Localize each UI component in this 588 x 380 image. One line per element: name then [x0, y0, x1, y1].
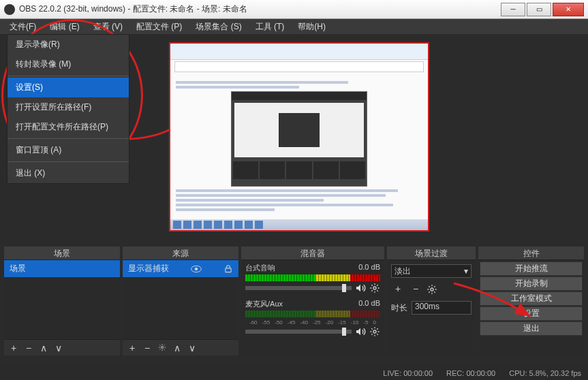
- scenes-panel: 场景 场景 + − ∧ ∨: [4, 247, 120, 355]
- speaker-icon[interactable]: [354, 326, 367, 337]
- exit-button[interactable]: 退出: [480, 321, 583, 336]
- svg-point-3: [161, 346, 164, 348]
- menu-edit[interactable]: 编辑 (E): [43, 19, 86, 35]
- mixer-body: 台式音响 0.0 dB 麦克风/Aux 0.0 dB -60-55-50-45-…: [241, 260, 384, 355]
- gear-icon[interactable]: [369, 283, 380, 294]
- add-scene-button[interactable]: +: [7, 342, 20, 354]
- settings-button[interactable]: 设置: [480, 306, 583, 321]
- sources-panel: 来源 显示器捕获 + − ∧ ∨: [123, 247, 238, 355]
- menu-file[interactable]: 文件(F): [3, 19, 43, 35]
- controls-header: 控件: [478, 247, 584, 260]
- preview-browser-chrome: [170, 44, 428, 60]
- preview-content: [170, 44, 428, 230]
- transition-select-value: 淡出: [394, 266, 411, 277]
- status-rec: REC: 00:00:00: [446, 369, 495, 377]
- source-down-button[interactable]: ∨: [185, 342, 199, 354]
- controls-panel: 控件 开始推流 开始录制 工作室模式 设置 退出: [478, 247, 584, 355]
- source-up-button[interactable]: ∧: [170, 342, 184, 354]
- menu-exit[interactable]: 退出 (X): [7, 163, 129, 183]
- studio-mode-button[interactable]: 工作室模式: [480, 291, 583, 306]
- controls-body: 开始推流 开始录制 工作室模式 设置 退出: [478, 260, 584, 355]
- volume-slider[interactable]: [245, 286, 352, 290]
- start-stream-button[interactable]: 开始推流: [480, 262, 583, 276]
- svg-point-1: [195, 267, 198, 270]
- menu-scene-collection[interactable]: 场景集合 (S): [189, 19, 248, 35]
- menu-remux[interactable]: 转封装录像 (M): [7, 54, 129, 74]
- speaker-icon[interactable]: [354, 283, 367, 294]
- menu-help[interactable]: 帮助(H): [291, 19, 332, 35]
- menu-separator: [7, 76, 129, 76]
- mixer-track-db: 0.0 dB: [358, 263, 380, 273]
- mixer-track-mic: 麦克风/Aux 0.0 dB -60-55-50-45-40-25-20-15-…: [241, 296, 384, 340]
- mixer-track-desktop: 台式音响 0.0 dB: [241, 260, 384, 296]
- gear-icon[interactable]: [369, 326, 380, 337]
- duration-input[interactable]: 300ms: [412, 301, 471, 315]
- remove-transition-button[interactable]: −: [409, 283, 422, 296]
- statusbar: LIVE: 00:00:00 REC: 00:00:00 CPU: 5.8%, …: [0, 366, 588, 380]
- mixer-track-label: 麦克风/Aux: [245, 299, 283, 309]
- menu-always-on-top[interactable]: 窗口置顶 (A): [7, 140, 129, 160]
- svg-point-4: [373, 287, 376, 289]
- menu-open-profile-folder[interactable]: 打开配置文件所在路径(P): [7, 117, 129, 137]
- scene-item[interactable]: 场景: [4, 260, 120, 277]
- svg-point-6: [431, 288, 433, 291]
- source-label: 显示器捕获: [128, 263, 169, 274]
- add-transition-button[interactable]: +: [391, 283, 405, 296]
- menu-separator: [7, 161, 129, 162]
- visibility-icon[interactable]: [191, 265, 202, 273]
- preview-url-bar: [174, 61, 424, 72]
- status-cpu: CPU: 5.8%, 20.32 fps: [509, 369, 581, 377]
- transition-select[interactable]: 淡出 ▾: [391, 264, 471, 278]
- scenes-footer: + − ∧ ∨: [4, 339, 120, 355]
- mixer-panel: 混音器 台式音响 0.0 dB 麦克风/Aux 0.0 dB: [241, 247, 384, 355]
- scene-down-button[interactable]: ∨: [52, 342, 65, 354]
- source-props-button[interactable]: [155, 342, 169, 354]
- mixer-meter: [245, 311, 380, 317]
- sources-list[interactable]: 显示器捕获: [123, 260, 238, 339]
- gear-icon[interactable]: [427, 284, 437, 295]
- minimize-button[interactable]: ─: [501, 3, 525, 16]
- status-live: LIVE: 00:00:00: [383, 369, 433, 377]
- window-title: OBS 22.0.2 (32-bit, windows) - 配置文件: 未命名…: [19, 3, 499, 15]
- mixer-header: 混音器: [241, 247, 384, 260]
- transition-body: 淡出 ▾ + − 时长 300ms: [387, 260, 476, 355]
- remove-source-button[interactable]: −: [140, 342, 154, 354]
- preview-taskbar: [170, 219, 428, 230]
- file-menu-dropdown: 显示录像(R) 转封装录像 (M) 设置(S) 打开设置所在路径(F) 打开配置…: [7, 34, 129, 184]
- transition-header: 场景过渡: [387, 247, 476, 260]
- mixer-meter: [245, 274, 380, 281]
- menu-settings[interactable]: 设置(S): [7, 78, 129, 97]
- scenes-list[interactable]: 场景: [4, 260, 120, 339]
- menu-separator: [7, 138, 129, 139]
- sources-footer: + − ∧ ∨: [123, 339, 238, 355]
- preview-canvas[interactable]: [169, 42, 429, 232]
- svg-rect-2: [226, 268, 231, 272]
- window-titlebar: OBS 22.0.2 (32-bit, windows) - 配置文件: 未命名…: [0, 0, 588, 19]
- remove-scene-button[interactable]: −: [22, 342, 35, 354]
- volume-slider[interactable]: [245, 330, 352, 334]
- app-icon: [4, 4, 15, 15]
- mixer-track-label: 台式音响: [245, 263, 275, 273]
- add-source-button[interactable]: +: [125, 342, 139, 354]
- menu-tools[interactable]: 工具 (T): [249, 19, 292, 35]
- close-button[interactable]: ✕: [553, 3, 584, 16]
- duration-label: 时长: [391, 302, 407, 314]
- lock-icon[interactable]: [223, 264, 233, 274]
- preview-nested-window: [231, 91, 367, 187]
- menu-view[interactable]: 查看 (V): [87, 19, 129, 35]
- docks-container: 场景 场景 + − ∧ ∨ 来源 显示器捕获 + − ∧ ∨: [4, 247, 584, 355]
- menu-profile[interactable]: 配置文件 (P): [129, 19, 189, 35]
- sources-header: 来源: [123, 247, 238, 260]
- menu-open-settings-folder[interactable]: 打开设置所在路径(F): [7, 97, 129, 117]
- scene-up-button[interactable]: ∧: [37, 342, 50, 354]
- mixer-track-db: 0.0 dB: [358, 299, 380, 309]
- chevron-down-icon: ▾: [464, 266, 468, 276]
- menubar: 文件(F) 编辑 (E) 查看 (V) 配置文件 (P) 场景集合 (S) 工具…: [0, 19, 588, 34]
- maximize-button[interactable]: ▭: [527, 3, 551, 16]
- menu-show-recordings[interactable]: 显示录像(R): [7, 35, 129, 54]
- start-record-button[interactable]: 开始录制: [480, 276, 583, 291]
- source-item[interactable]: 显示器捕获: [123, 260, 238, 277]
- scenes-header: 场景: [4, 247, 120, 260]
- transition-panel: 场景过渡 淡出 ▾ + − 时长 300ms: [387, 247, 476, 355]
- svg-point-5: [373, 330, 376, 333]
